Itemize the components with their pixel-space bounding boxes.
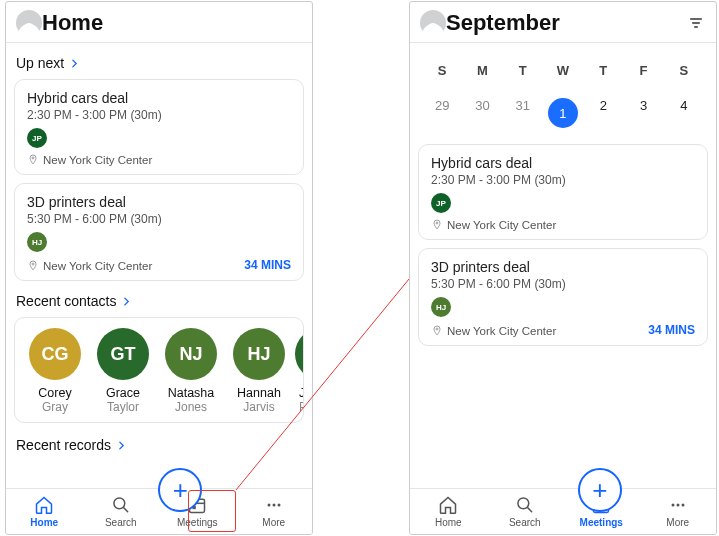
plus-icon: + (592, 475, 607, 506)
home-content: Up next Hybrid cars deal 2:30 PM - 3:00 … (6, 43, 312, 488)
meeting-card[interactable]: Hybrid cars deal 2:30 PM - 3:00 PM (30m)… (14, 79, 304, 175)
dow-cell: W (543, 55, 583, 86)
svg-point-14 (676, 504, 679, 507)
contact-first: Corey (21, 386, 89, 400)
contact-last: Jarvis (225, 400, 293, 414)
tab-search[interactable]: Search (92, 495, 150, 528)
contact-last: Gray (21, 400, 89, 414)
plus-icon: + (173, 475, 188, 506)
meeting-title: 3D printers deal (431, 259, 695, 275)
tab-bar: Home Search Meetings More (410, 488, 716, 534)
contact-item[interactable]: J Jo P (293, 328, 304, 414)
search-icon (111, 495, 131, 515)
contact-last: Jones (157, 400, 225, 414)
contact-item[interactable]: CG Corey Gray (21, 328, 89, 414)
calendar-date-row: 29 30 31 1 2 3 4 (418, 88, 708, 138)
meeting-countdown: 34 MINS (244, 258, 291, 272)
contact-avatar: HJ (233, 328, 285, 380)
more-icon (668, 495, 688, 515)
add-button[interactable]: + (578, 468, 622, 512)
up-next-label: Up next (16, 55, 64, 71)
filter-icon (688, 15, 704, 31)
meeting-time: 5:30 PM - 6:00 PM (30m) (27, 212, 291, 226)
recent-contacts-header[interactable]: Recent contacts (16, 293, 302, 309)
meetings-screen: September S M T W T F S 29 30 31 1 2 3 4 (409, 1, 717, 535)
cal-day[interactable]: 29 (422, 90, 462, 136)
meeting-card[interactable]: 3D printers deal 5:30 PM - 6:00 PM (30m)… (14, 183, 304, 281)
contact-item[interactable]: GT Grace Taylor (89, 328, 157, 414)
chevron-right-icon (122, 293, 131, 309)
cal-day[interactable]: 3 (623, 90, 663, 136)
svg-point-15 (681, 504, 684, 507)
recent-records-label: Recent records (16, 437, 111, 453)
contact-avatar: NJ (165, 328, 217, 380)
cal-day-selected[interactable]: 1 (543, 90, 583, 136)
tab-more[interactable]: More (649, 495, 707, 528)
meeting-location: New York City Center (431, 325, 556, 337)
svg-point-13 (671, 504, 674, 507)
page-title: September (446, 10, 686, 36)
dow-cell: T (583, 55, 623, 86)
tab-home[interactable]: Home (419, 495, 477, 528)
dow-cell: T (503, 55, 543, 86)
svg-point-8 (436, 222, 438, 224)
pin-icon (27, 260, 39, 272)
contact-item[interactable]: HJ Hannah Jarvis (225, 328, 293, 414)
contact-last: P (293, 400, 304, 414)
attendee-avatar: JP (431, 193, 451, 213)
recent-records-header[interactable]: Recent records (16, 437, 302, 453)
attendee-avatar: HJ (431, 297, 451, 317)
attendee-avatar: HJ (27, 232, 47, 252)
home-screen: Home Up next Hybrid cars deal 2:30 PM - … (5, 1, 313, 535)
recent-contacts-label: Recent contacts (16, 293, 116, 309)
dow-cell: S (422, 55, 462, 86)
meeting-title: Hybrid cars deal (27, 90, 291, 106)
cal-day[interactable]: 2 (583, 90, 623, 136)
calendar-dow-row: S M T W T F S (418, 53, 708, 88)
cal-day[interactable]: 30 (462, 90, 502, 136)
contact-avatar: J (295, 328, 304, 380)
cal-day[interactable]: 31 (503, 90, 543, 136)
pin-icon (27, 154, 39, 166)
add-button[interactable]: + (158, 468, 202, 512)
contact-first: Jo (293, 386, 304, 400)
contact-last: Taylor (89, 400, 157, 414)
meeting-location: New York City Center (27, 260, 152, 272)
meeting-title: Hybrid cars deal (431, 155, 695, 171)
attendee-avatar: JP (27, 128, 47, 148)
filter-button[interactable] (686, 13, 706, 33)
tab-search[interactable]: Search (496, 495, 554, 528)
meeting-card[interactable]: Hybrid cars deal 2:30 PM - 3:00 PM (30m)… (418, 144, 708, 240)
profile-avatar[interactable] (420, 10, 446, 36)
pin-icon (431, 325, 443, 337)
contact-first: Hannah (225, 386, 293, 400)
meeting-location: New York City Center (27, 154, 152, 166)
home-icon (34, 495, 54, 515)
chevron-right-icon (70, 55, 79, 71)
meeting-countdown: 34 MINS (648, 323, 695, 337)
tab-home[interactable]: Home (15, 495, 73, 528)
dow-cell: S (664, 55, 704, 86)
contact-avatar: GT (97, 328, 149, 380)
home-icon (438, 495, 458, 515)
meeting-location: New York City Center (431, 219, 556, 231)
meeting-time: 5:30 PM - 6:00 PM (30m) (431, 277, 695, 291)
contact-item[interactable]: NJ Natasha Jones (157, 328, 225, 414)
meeting-card[interactable]: 3D printers deal 5:30 PM - 6:00 PM (30m)… (418, 248, 708, 346)
search-icon (515, 495, 535, 515)
cal-day[interactable]: 4 (664, 90, 704, 136)
contact-first: Grace (89, 386, 157, 400)
svg-point-0 (32, 157, 34, 159)
meeting-time: 2:30 PM - 3:00 PM (30m) (431, 173, 695, 187)
recent-contacts-strip[interactable]: CG Corey Gray GT Grace Taylor NJ Natasha… (14, 317, 304, 423)
profile-avatar[interactable] (16, 10, 42, 36)
page-title: Home (42, 10, 302, 36)
svg-point-9 (436, 328, 438, 330)
tab-more[interactable]: More (245, 495, 303, 528)
meetings-content: S M T W T F S 29 30 31 1 2 3 4 Hybrid ca… (410, 43, 716, 488)
svg-point-5 (267, 504, 270, 507)
up-next-header[interactable]: Up next (16, 55, 302, 71)
contact-avatar: CG (29, 328, 81, 380)
meeting-time: 2:30 PM - 3:00 PM (30m) (27, 108, 291, 122)
meeting-title: 3D printers deal (27, 194, 291, 210)
